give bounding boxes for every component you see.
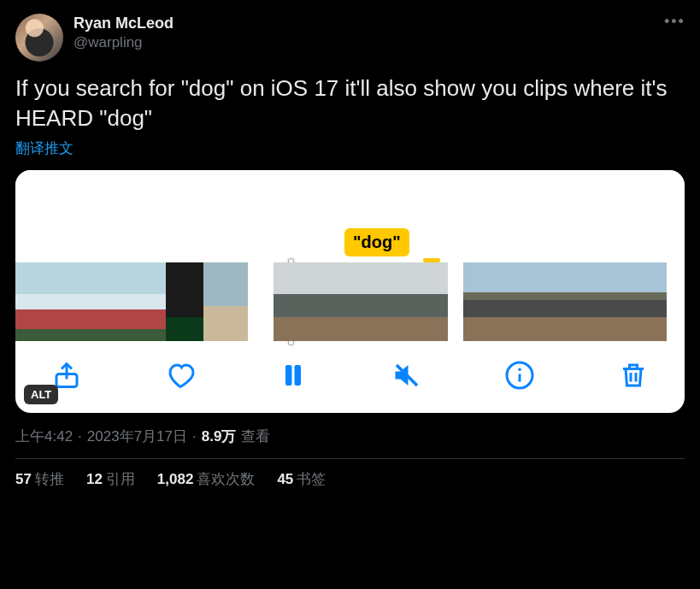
svg-point-6 [519, 368, 522, 372]
views-count: 8.9万 [202, 427, 237, 446]
likes-stat[interactable]: 1,082喜欢次数 [157, 469, 256, 489]
stat-count: 1,082 [157, 471, 194, 487]
thumbnail [91, 262, 128, 341]
thumbnail [53, 262, 91, 341]
pause-icon[interactable] [278, 360, 309, 391]
thumbnail [463, 262, 504, 341]
search-match-tag: "dog" [344, 228, 409, 256]
thumbnail [626, 262, 667, 341]
tweet-header: Ryan McLeod @warpling ••• [15, 14, 685, 62]
info-icon[interactable] [504, 360, 535, 391]
thumbnail [15, 262, 53, 341]
translate-link[interactable]: 翻译推文 [15, 138, 74, 158]
thumbnail [315, 262, 361, 341]
tweet-container: Ryan McLeod @warpling ••• If you search … [0, 0, 700, 503]
retweets-stat[interactable]: 57转推 [15, 469, 64, 489]
stat-count: 57 [15, 471, 32, 487]
separator: · [78, 428, 82, 445]
media-whitespace: "dog" [15, 170, 685, 262]
stat-count: 12 [86, 471, 103, 487]
heart-icon[interactable] [165, 360, 196, 391]
handle: @warpling [74, 33, 654, 51]
clip-gap [248, 262, 274, 341]
clip-1[interactable] [15, 262, 248, 341]
author-block[interactable]: Ryan McLeod @warpling [74, 14, 654, 51]
media-toolbar [15, 341, 685, 413]
bookmarks-stat[interactable]: 45书签 [277, 469, 326, 489]
clip-2[interactable] [274, 262, 448, 341]
stat-label: 书签 [297, 471, 326, 487]
tweet-time[interactable]: 上午4:42 [15, 427, 73, 446]
tweet-text: If you search for "dog" on iOS 17 it'll … [15, 74, 685, 133]
thumbnail [203, 262, 248, 341]
quotes-stat[interactable]: 12引用 [86, 469, 135, 489]
avatar[interactable] [15, 14, 63, 62]
mute-icon[interactable] [391, 360, 422, 391]
filmstrip[interactable] [15, 262, 685, 341]
media-card[interactable]: "dog" [15, 170, 685, 413]
thumbnail [361, 262, 407, 341]
thumbnail [504, 262, 545, 341]
engagement-stats: 57转推 12引用 1,082喜欢次数 45书签 [15, 469, 685, 489]
stat-label: 引用 [106, 471, 135, 487]
more-icon[interactable]: ••• [664, 14, 685, 34]
thumbnail [274, 262, 315, 341]
thumbnail [585, 262, 626, 341]
thumbnail [544, 262, 585, 341]
alt-badge[interactable]: ALT [24, 385, 58, 404]
display-name: Ryan McLeod [74, 14, 654, 33]
stat-label: 喜欢次数 [197, 471, 255, 487]
thumbnail [128, 262, 166, 341]
thumbnail [407, 262, 448, 341]
svg-rect-1 [285, 365, 292, 386]
clip-gap [448, 262, 463, 341]
tweet-date[interactable]: 2023年7月17日 [87, 427, 187, 446]
divider [15, 458, 685, 459]
svg-rect-2 [295, 365, 302, 386]
separator: · [192, 428, 197, 445]
trash-icon[interactable] [618, 360, 649, 391]
clip-3[interactable] [463, 262, 667, 341]
views-label: 查看 [241, 427, 270, 446]
thumbnail [166, 262, 203, 341]
tweet-meta: 上午4:42 · 2023年7月17日 · 8.9万 查看 [15, 427, 685, 446]
stat-count: 45 [277, 471, 293, 487]
stat-label: 转推 [35, 471, 64, 487]
